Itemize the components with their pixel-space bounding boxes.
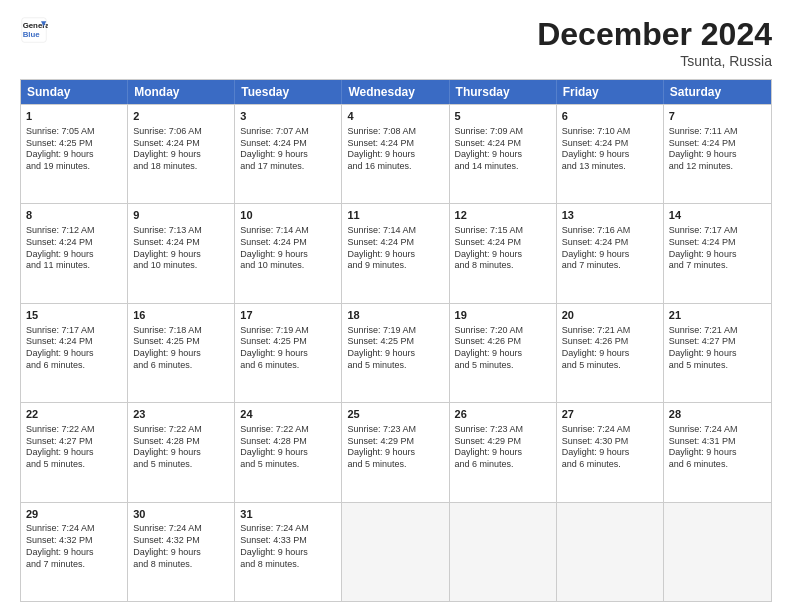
cell-info: Sunrise: 7:24 AM Sunset: 4:31 PM Dayligh… xyxy=(669,424,766,471)
calendar-cell: 6Sunrise: 7:10 AM Sunset: 4:24 PM Daylig… xyxy=(557,105,664,203)
title-block: December 2024 Tsunta, Russia xyxy=(537,16,772,69)
day-number: 4 xyxy=(347,109,443,124)
calendar-cell: 17Sunrise: 7:19 AM Sunset: 4:25 PM Dayli… xyxy=(235,304,342,402)
day-number: 20 xyxy=(562,308,658,323)
cell-info: Sunrise: 7:24 AM Sunset: 4:32 PM Dayligh… xyxy=(133,523,229,570)
day-number: 27 xyxy=(562,407,658,422)
cell-info: Sunrise: 7:15 AM Sunset: 4:24 PM Dayligh… xyxy=(455,225,551,272)
weekday-header: Tuesday xyxy=(235,80,342,104)
calendar-cell: 26Sunrise: 7:23 AM Sunset: 4:29 PM Dayli… xyxy=(450,403,557,501)
cell-info: Sunrise: 7:11 AM Sunset: 4:24 PM Dayligh… xyxy=(669,126,766,173)
weekday-header: Saturday xyxy=(664,80,771,104)
calendar-cell: 15Sunrise: 7:17 AM Sunset: 4:24 PM Dayli… xyxy=(21,304,128,402)
cell-info: Sunrise: 7:06 AM Sunset: 4:24 PM Dayligh… xyxy=(133,126,229,173)
calendar-body: 1Sunrise: 7:05 AM Sunset: 4:25 PM Daylig… xyxy=(21,104,771,601)
calendar-cell: 22Sunrise: 7:22 AM Sunset: 4:27 PM Dayli… xyxy=(21,403,128,501)
calendar-cell: 25Sunrise: 7:23 AM Sunset: 4:29 PM Dayli… xyxy=(342,403,449,501)
calendar-cell: 20Sunrise: 7:21 AM Sunset: 4:26 PM Dayli… xyxy=(557,304,664,402)
cell-info: Sunrise: 7:14 AM Sunset: 4:24 PM Dayligh… xyxy=(240,225,336,272)
day-number: 7 xyxy=(669,109,766,124)
day-number: 5 xyxy=(455,109,551,124)
calendar-row: 8Sunrise: 7:12 AM Sunset: 4:24 PM Daylig… xyxy=(21,203,771,302)
calendar-cell: 13Sunrise: 7:16 AM Sunset: 4:24 PM Dayli… xyxy=(557,204,664,302)
day-number: 30 xyxy=(133,507,229,522)
calendar-cell: 3Sunrise: 7:07 AM Sunset: 4:24 PM Daylig… xyxy=(235,105,342,203)
calendar-cell: 8Sunrise: 7:12 AM Sunset: 4:24 PM Daylig… xyxy=(21,204,128,302)
calendar-cell: 11Sunrise: 7:14 AM Sunset: 4:24 PM Dayli… xyxy=(342,204,449,302)
calendar-cell: 28Sunrise: 7:24 AM Sunset: 4:31 PM Dayli… xyxy=(664,403,771,501)
day-number: 22 xyxy=(26,407,122,422)
weekday-header: Thursday xyxy=(450,80,557,104)
calendar-cell: 31Sunrise: 7:24 AM Sunset: 4:33 PM Dayli… xyxy=(235,503,342,601)
day-number: 16 xyxy=(133,308,229,323)
calendar-cell: 24Sunrise: 7:22 AM Sunset: 4:28 PM Dayli… xyxy=(235,403,342,501)
cell-info: Sunrise: 7:09 AM Sunset: 4:24 PM Dayligh… xyxy=(455,126,551,173)
cell-info: Sunrise: 7:13 AM Sunset: 4:24 PM Dayligh… xyxy=(133,225,229,272)
calendar-cell: 16Sunrise: 7:18 AM Sunset: 4:25 PM Dayli… xyxy=(128,304,235,402)
calendar-cell: 18Sunrise: 7:19 AM Sunset: 4:25 PM Dayli… xyxy=(342,304,449,402)
day-number: 12 xyxy=(455,208,551,223)
day-number: 26 xyxy=(455,407,551,422)
cell-info: Sunrise: 7:10 AM Sunset: 4:24 PM Dayligh… xyxy=(562,126,658,173)
day-number: 14 xyxy=(669,208,766,223)
calendar-cell: 23Sunrise: 7:22 AM Sunset: 4:28 PM Dayli… xyxy=(128,403,235,501)
calendar-cell xyxy=(664,503,771,601)
day-number: 6 xyxy=(562,109,658,124)
day-number: 1 xyxy=(26,109,122,124)
calendar-cell: 29Sunrise: 7:24 AM Sunset: 4:32 PM Dayli… xyxy=(21,503,128,601)
calendar-row: 1Sunrise: 7:05 AM Sunset: 4:25 PM Daylig… xyxy=(21,104,771,203)
calendar-header: SundayMondayTuesdayWednesdayThursdayFrid… xyxy=(21,80,771,104)
calendar-cell: 14Sunrise: 7:17 AM Sunset: 4:24 PM Dayli… xyxy=(664,204,771,302)
day-number: 17 xyxy=(240,308,336,323)
day-number: 3 xyxy=(240,109,336,124)
cell-info: Sunrise: 7:21 AM Sunset: 4:26 PM Dayligh… xyxy=(562,325,658,372)
header: General Blue December 2024 Tsunta, Russi… xyxy=(20,16,772,69)
cell-info: Sunrise: 7:20 AM Sunset: 4:26 PM Dayligh… xyxy=(455,325,551,372)
cell-info: Sunrise: 7:05 AM Sunset: 4:25 PM Dayligh… xyxy=(26,126,122,173)
calendar-cell: 21Sunrise: 7:21 AM Sunset: 4:27 PM Dayli… xyxy=(664,304,771,402)
cell-info: Sunrise: 7:22 AM Sunset: 4:27 PM Dayligh… xyxy=(26,424,122,471)
day-number: 21 xyxy=(669,308,766,323)
day-number: 19 xyxy=(455,308,551,323)
weekday-header: Sunday xyxy=(21,80,128,104)
day-number: 9 xyxy=(133,208,229,223)
page: General Blue December 2024 Tsunta, Russi… xyxy=(0,0,792,612)
location: Tsunta, Russia xyxy=(537,53,772,69)
cell-info: Sunrise: 7:21 AM Sunset: 4:27 PM Dayligh… xyxy=(669,325,766,372)
day-number: 15 xyxy=(26,308,122,323)
cell-info: Sunrise: 7:19 AM Sunset: 4:25 PM Dayligh… xyxy=(240,325,336,372)
calendar-cell: 2Sunrise: 7:06 AM Sunset: 4:24 PM Daylig… xyxy=(128,105,235,203)
day-number: 25 xyxy=(347,407,443,422)
calendar-cell xyxy=(557,503,664,601)
month-title: December 2024 xyxy=(537,16,772,53)
calendar-row: 22Sunrise: 7:22 AM Sunset: 4:27 PM Dayli… xyxy=(21,402,771,501)
calendar-cell: 30Sunrise: 7:24 AM Sunset: 4:32 PM Dayli… xyxy=(128,503,235,601)
day-number: 10 xyxy=(240,208,336,223)
day-number: 8 xyxy=(26,208,122,223)
cell-info: Sunrise: 7:17 AM Sunset: 4:24 PM Dayligh… xyxy=(669,225,766,272)
cell-info: Sunrise: 7:22 AM Sunset: 4:28 PM Dayligh… xyxy=(133,424,229,471)
logo: General Blue xyxy=(20,16,48,44)
calendar-cell: 12Sunrise: 7:15 AM Sunset: 4:24 PM Dayli… xyxy=(450,204,557,302)
cell-info: Sunrise: 7:16 AM Sunset: 4:24 PM Dayligh… xyxy=(562,225,658,272)
calendar-row: 15Sunrise: 7:17 AM Sunset: 4:24 PM Dayli… xyxy=(21,303,771,402)
day-number: 23 xyxy=(133,407,229,422)
cell-info: Sunrise: 7:22 AM Sunset: 4:28 PM Dayligh… xyxy=(240,424,336,471)
svg-text:Blue: Blue xyxy=(23,30,41,39)
calendar-cell: 9Sunrise: 7:13 AM Sunset: 4:24 PM Daylig… xyxy=(128,204,235,302)
cell-info: Sunrise: 7:19 AM Sunset: 4:25 PM Dayligh… xyxy=(347,325,443,372)
weekday-header: Friday xyxy=(557,80,664,104)
cell-info: Sunrise: 7:24 AM Sunset: 4:33 PM Dayligh… xyxy=(240,523,336,570)
day-number: 28 xyxy=(669,407,766,422)
calendar-row: 29Sunrise: 7:24 AM Sunset: 4:32 PM Dayli… xyxy=(21,502,771,601)
cell-info: Sunrise: 7:24 AM Sunset: 4:32 PM Dayligh… xyxy=(26,523,122,570)
calendar-cell xyxy=(342,503,449,601)
day-number: 24 xyxy=(240,407,336,422)
calendar-cell: 5Sunrise: 7:09 AM Sunset: 4:24 PM Daylig… xyxy=(450,105,557,203)
weekday-header: Monday xyxy=(128,80,235,104)
calendar-cell xyxy=(450,503,557,601)
calendar: SundayMondayTuesdayWednesdayThursdayFrid… xyxy=(20,79,772,602)
cell-info: Sunrise: 7:08 AM Sunset: 4:24 PM Dayligh… xyxy=(347,126,443,173)
calendar-cell: 27Sunrise: 7:24 AM Sunset: 4:30 PM Dayli… xyxy=(557,403,664,501)
cell-info: Sunrise: 7:23 AM Sunset: 4:29 PM Dayligh… xyxy=(455,424,551,471)
